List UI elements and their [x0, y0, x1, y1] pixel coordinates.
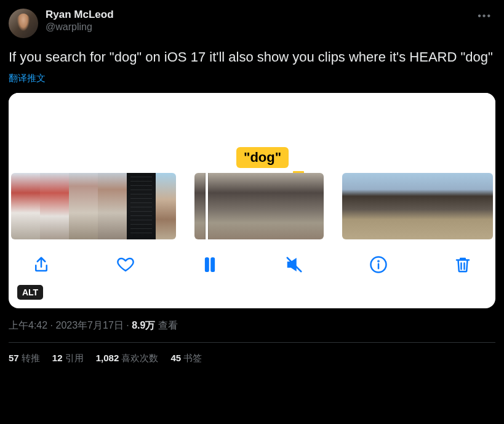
svg-point-3: [378, 260, 378, 261]
thumbnail: [262, 173, 296, 239]
share-button[interactable]: [31, 254, 52, 275]
bookmarks-stat[interactable]: 45 书签: [170, 353, 202, 364]
thumbnail: [369, 173, 395, 239]
quotes-stat[interactable]: 12 引用: [52, 353, 84, 364]
clip-cluster-3[interactable]: [342, 173, 493, 239]
likes-stat[interactable]: 1,082 喜欢次数: [96, 353, 159, 364]
mute-button[interactable]: [284, 254, 305, 275]
more-button[interactable]: •••: [474, 9, 495, 23]
tweet-container: Ryan McLeod @warpling ••• If you search …: [0, 0, 504, 374]
retweets-stat[interactable]: 57 转推: [9, 353, 40, 364]
translate-link[interactable]: 翻译推文: [9, 73, 495, 84]
tweet-stats: 57 转推 12 引用 1,082 喜欢次数 45 书签: [9, 343, 495, 374]
avatar[interactable]: [9, 9, 38, 38]
alt-badge[interactable]: ALT: [17, 285, 43, 300]
delete-button[interactable]: [452, 254, 473, 275]
author-names[interactable]: Ryan McLeod @warpling: [46, 9, 466, 33]
tweet-text: If you search for "dog" on iOS 17 it'll …: [9, 48, 495, 66]
thumbnail: [342, 173, 369, 239]
trash-icon: [457, 258, 469, 271]
thumbnail: [228, 173, 262, 239]
thumbnail: [11, 173, 40, 239]
thumbnail: [69, 173, 98, 239]
thumbnail: [127, 173, 156, 239]
thumbnail: [194, 173, 228, 239]
pause-button[interactable]: [199, 254, 220, 275]
pause-icon: [206, 257, 209, 271]
display-name: Ryan McLeod: [46, 9, 466, 21]
tweet-date[interactable]: 2023年7月17日: [55, 320, 123, 330]
clip-cluster-2[interactable]: [194, 173, 323, 239]
heart-icon: [118, 258, 133, 271]
thumbnail: [156, 173, 176, 239]
thumbnail: [98, 173, 127, 239]
media-card[interactable]: "dog": [9, 93, 495, 308]
clip-cluster-1[interactable]: [11, 173, 176, 239]
thumbnail: [422, 173, 448, 239]
share-icon: [36, 257, 47, 270]
svg-rect-0: [211, 257, 215, 271]
tweet-header: Ryan McLeod @warpling •••: [9, 9, 495, 38]
thumbnail: [474, 173, 493, 239]
filmstrip-row[interactable]: [9, 173, 495, 239]
thumbnail: [296, 173, 323, 239]
tweet-time[interactable]: 上午4:42: [9, 320, 47, 330]
info-button[interactable]: [368, 254, 389, 275]
playhead[interactable]: [206, 173, 208, 239]
like-button[interactable]: [115, 254, 136, 275]
views-label: 查看: [158, 320, 178, 330]
handle: @warpling: [46, 22, 466, 33]
thumbnail: [40, 173, 69, 239]
media-controls: [9, 239, 495, 275]
thumbnail: [448, 173, 474, 239]
tweet-meta: 上午4:42 · 2023年7月17日 · 8.9万 查看: [9, 319, 495, 332]
thumbnail: [395, 173, 422, 239]
search-token-label: "dog": [236, 147, 289, 168]
views-count: 8.9万: [132, 320, 155, 330]
media-preview-area: "dog": [9, 93, 495, 173]
